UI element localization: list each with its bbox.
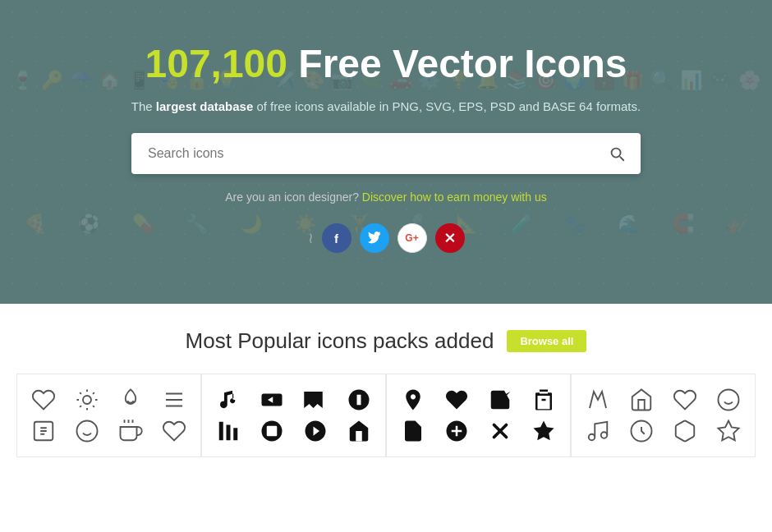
icon-item [347, 419, 371, 443]
pack-card-1 [16, 374, 201, 457]
svg-rect-12 [234, 428, 238, 440]
twitter-icon [368, 232, 381, 245]
icon-item [162, 419, 186, 443]
facebook-button[interactable]: f [322, 223, 352, 253]
packs-grid [16, 374, 756, 457]
icon-item [118, 419, 143, 443]
social-row: ≀ f G+ ⨯ [16, 223, 756, 253]
icon-item [401, 388, 425, 412]
search-input[interactable] [131, 133, 593, 174]
svg-rect-10 [219, 422, 223, 441]
icon-item [75, 419, 99, 443]
icon-item [488, 419, 512, 443]
icon-item [31, 419, 56, 443]
svg-point-18 [718, 390, 738, 410]
icon-item [303, 388, 328, 412]
svg-rect-14 [267, 426, 278, 437]
google-button[interactable]: G+ [397, 223, 427, 253]
icon-item [303, 419, 328, 443]
subtitle-bold: largest database [156, 99, 253, 113]
designer-prompt: Are you an icon designer? Discover how t… [16, 190, 756, 204]
designer-prefix: Are you an icon designer? [225, 190, 362, 204]
pack-card-3 [386, 374, 571, 457]
hero-section: 🍷🔑☂️🏠📱🎭🔒💡🎵✈️ 🎨📷🌿🚗⚙️🏆🔔📚🎯🌍 💼🎁🔍📊🎮🌸🍕⚽💊🔧 🌙☀️🏋… [0, 0, 772, 304]
svg-point-0 [83, 396, 91, 404]
icon-item [75, 388, 99, 412]
icon-item [216, 419, 241, 443]
title-suffix: Free Vector Icons [298, 42, 627, 85]
browse-all-button[interactable]: Browse all [507, 330, 586, 352]
subtitle-rest: of free icons available in PNG, SVG, EPS… [253, 99, 641, 113]
icon-item [216, 388, 241, 412]
icon-count: 107,100 [145, 42, 287, 85]
svg-rect-9 [356, 395, 361, 406]
share-icon: ≀ [308, 229, 314, 247]
icon-item [586, 419, 610, 443]
svg-point-21 [589, 434, 595, 441]
svg-rect-11 [227, 425, 231, 441]
icon-item [401, 419, 425, 443]
subtitle-plain: The [131, 99, 156, 113]
pack-card-2 [201, 374, 386, 457]
icon-item [716, 388, 741, 412]
icon-item [488, 388, 512, 412]
search-bar [131, 133, 641, 174]
pack-card-4 [571, 374, 756, 457]
icon-item [260, 388, 284, 412]
search-button[interactable] [593, 133, 641, 174]
icon-item [444, 388, 469, 412]
icon-item [444, 419, 469, 443]
twitter-button[interactable] [360, 223, 389, 253]
lower-section: Most Popular icons packs added Browse al… [0, 304, 772, 474]
icon-item [629, 388, 654, 412]
pinterest-button[interactable]: ⨯ [435, 223, 465, 253]
designer-link[interactable]: Discover how to earn money with us [362, 190, 547, 204]
icon-item [531, 388, 556, 412]
svg-point-22 [601, 432, 608, 438]
icon-item [629, 419, 654, 443]
icon-item [118, 388, 143, 412]
icon-item [673, 419, 697, 443]
section-title: Most Popular icons packs added [186, 328, 494, 354]
section-header: Most Popular icons packs added Browse al… [16, 328, 756, 354]
search-icon [608, 144, 626, 163]
icon-item [716, 419, 741, 443]
icon-item [673, 388, 697, 412]
google-label: G+ [405, 232, 418, 244]
icon-item [260, 419, 284, 443]
hero-subtitle: The largest database of free icons avail… [16, 99, 756, 113]
icon-item [162, 388, 186, 412]
hero-title: 107,100 Free Vector Icons [16, 41, 756, 86]
svg-marker-17 [533, 421, 554, 441]
icon-item [586, 388, 610, 412]
icon-item [347, 388, 371, 412]
icon-item [31, 388, 56, 412]
svg-marker-24 [718, 421, 738, 441]
icon-item [531, 419, 556, 443]
